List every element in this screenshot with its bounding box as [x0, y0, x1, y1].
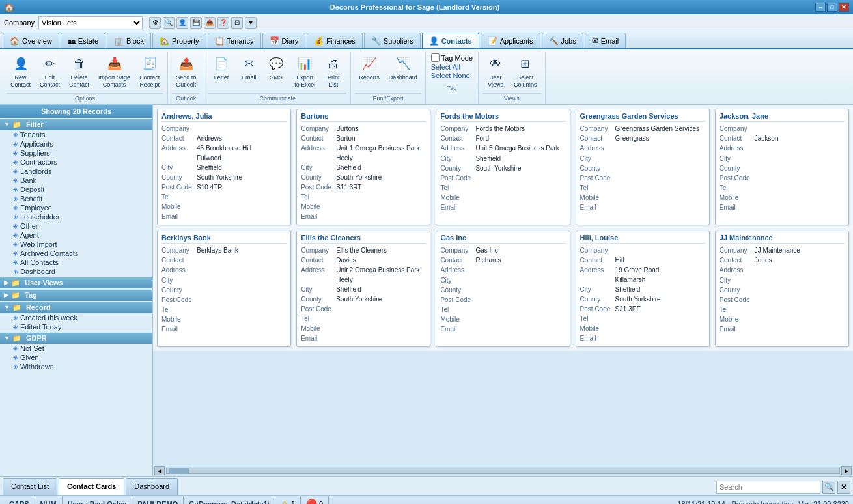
sidebar-item-deposit[interactable]: ◈Deposit: [0, 185, 152, 194]
user-views-button[interactable]: 👁 UserViews: [482, 52, 509, 91]
toolbar-icons: ⚙ 🔍 👤 💾 📥 ❓ ⊡ ▼: [149, 17, 257, 29]
sidebar-item-created-this-week[interactable]: ◈Created this week: [0, 313, 152, 322]
dropdown-icon[interactable]: ▼: [245, 17, 257, 29]
sidebar-item-given[interactable]: ◈Given: [0, 353, 152, 362]
contact-card-jj-maintenance[interactable]: JJ Maintenance Company JJ Maintenance Co…: [715, 231, 849, 347]
tab-tenancy[interactable]: 📋Tenancy: [208, 33, 261, 48]
card-row: Contact Davies: [301, 256, 426, 265]
horizontal-scrollbar[interactable]: ◀ ▶: [153, 466, 853, 476]
contact-card-andrews-julia[interactable]: Andrews, Julia Company Contact Andrews A…: [157, 109, 291, 225]
tab-estate[interactable]: 🏘Estate: [61, 33, 105, 48]
send-outlook-button[interactable]: 📤 Send toOutlook: [172, 52, 200, 91]
card-label: Post Code: [580, 305, 613, 314]
demo-mode: PAULDEMO: [132, 496, 184, 504]
save-icon[interactable]: 💾: [190, 17, 202, 29]
sidebar-item-withdrawn[interactable]: ◈Withdrawn: [0, 362, 152, 371]
tab-block[interactable]: 🏢Block: [107, 33, 151, 48]
contact-card-burtons[interactable]: Burtons Company Burtons Contact Burton A…: [296, 109, 430, 225]
scroll-thumb[interactable]: [169, 468, 189, 473]
sidebar-section-filter[interactable]: ▼📁Filter: [0, 119, 152, 130]
tab-email[interactable]: ✉Email: [585, 33, 626, 48]
tab-jobs[interactable]: 🔨Jobs: [542, 33, 583, 48]
bottom-tab-dashboard[interactable]: Dashboard: [126, 478, 178, 495]
bottom-tab-contact-list[interactable]: Contact List: [3, 478, 57, 495]
sidebar-item-landlords[interactable]: ◈Landlords: [0, 167, 152, 176]
select-none-link[interactable]: Select None: [431, 72, 473, 79]
select-all-link[interactable]: Select All: [431, 63, 473, 71]
email-button[interactable]: ✉ Email: [236, 52, 262, 83]
contact-card-gas-inc[interactable]: Gas Inc Company Gas Inc Contact Richards…: [436, 231, 570, 347]
search-button[interactable]: 🔍: [822, 481, 835, 494]
sidebar-item-benefit[interactable]: ◈Benefit: [0, 194, 152, 203]
contact-card-fords-motors[interactable]: Fords the Motors Company Fords the Motor…: [436, 109, 570, 225]
company-select[interactable]: Vision Lets: [38, 16, 143, 29]
minimize-small-icon[interactable]: ⊡: [231, 17, 243, 29]
tab-finances[interactable]: 💰Finances: [307, 33, 363, 48]
sidebar-item-other[interactable]: ◈Other: [0, 221, 152, 231]
bottom-tab-contact-cards[interactable]: Contact Cards: [59, 478, 124, 495]
tab-applicants[interactable]: 📝Applicants: [481, 33, 540, 48]
sidebar-item-contractors[interactable]: ◈Contractors: [0, 158, 152, 167]
contact-receipt-button[interactable]: 🧾 ContactReceipt: [135, 52, 163, 91]
sidebar-section-record[interactable]: ▼📁Record: [0, 302, 152, 313]
delete-contact-button[interactable]: 🗑 DeleteContact: [65, 52, 93, 91]
tab-property[interactable]: 🏡Property: [152, 33, 206, 48]
tab-contacts[interactable]: 👤Contacts: [422, 33, 479, 48]
tab-diary[interactable]: 📅Diary: [262, 33, 306, 48]
sidebar-section-user-views[interactable]: ▶📁User Views: [0, 277, 152, 288]
sidebar-item-web-import[interactable]: ◈Web Import: [0, 240, 152, 249]
print-list-button[interactable]: 🖨 PrintList: [320, 52, 346, 91]
new-contact-button[interactable]: 👤 NewContact: [7, 52, 35, 91]
settings-icon[interactable]: ⚙: [149, 17, 161, 29]
card-row: Email: [301, 212, 426, 221]
sms-button[interactable]: 💬 SMS: [263, 52, 289, 83]
maximize-button[interactable]: □: [827, 3, 837, 12]
contact-card-jackson-jane[interactable]: Jackson, Jane Company Contact Jackson Ad…: [715, 109, 849, 225]
edit-contact-button[interactable]: ✏ EditContact: [36, 52, 64, 91]
help-icon[interactable]: ❓: [217, 17, 229, 29]
sidebar-item-archived-contacts[interactable]: ◈Archived Contacts: [0, 249, 152, 258]
scroll-right-button[interactable]: ▶: [841, 466, 852, 475]
tab-suppliers[interactable]: 🔧Suppliers: [364, 33, 421, 48]
select-columns-button[interactable]: ⊞ SelectColumns: [510, 52, 541, 91]
contact-card-greengrass[interactable]: Greengrass Garden Services Company Green…: [576, 109, 710, 225]
warning-indicator: ⚠ 1: [275, 496, 301, 504]
sidebar-section-tag[interactable]: ▶📁Tag: [0, 290, 152, 301]
reports-button[interactable]: 📈 Reports: [355, 52, 384, 83]
search-icon[interactable]: 🔍: [163, 17, 175, 29]
sidebar-item-tenants[interactable]: ◈Tenants: [0, 130, 152, 139]
contact-card-ellis-cleaners[interactable]: Ellis the Cleaners Company Ellis the Cle…: [296, 231, 430, 347]
user-icon[interactable]: 👤: [176, 17, 188, 29]
import-sage-button[interactable]: 📥 Import SageContacts: [94, 52, 134, 91]
clear-search-button[interactable]: ✕: [837, 481, 850, 494]
cards-scroll-inner[interactable]: Andrews, Julia Company Contact Andrews A…: [153, 105, 853, 466]
contact-card-hill-louise[interactable]: Hill, Louise Company Contact Hill Addres…: [576, 231, 710, 347]
search-input[interactable]: [716, 481, 820, 494]
close-button[interactable]: ✕: [839, 3, 849, 12]
sidebar-item-applicants[interactable]: ◈Applicants: [0, 139, 152, 148]
letter-button[interactable]: 📄 Letter: [208, 52, 234, 83]
filter-label: Created this week: [20, 314, 77, 322]
contact-card-berklays-bank[interactable]: Berklays Bank Company Berklays Bank Cont…: [157, 231, 291, 347]
error-icon: 🔴: [306, 499, 317, 504]
dashboard-button[interactable]: 📉 Dashboard: [385, 52, 421, 83]
scroll-left-button[interactable]: ◀: [154, 466, 165, 475]
sidebar-item-dashboard[interactable]: ◈Dashboard: [0, 267, 152, 276]
sidebar-item-suppliers[interactable]: ◈Suppliers: [0, 148, 152, 158]
sidebar-item-agent[interactable]: ◈Agent: [0, 231, 152, 240]
sidebar-section-gdpr[interactable]: ▼📁GDPR: [0, 333, 152, 344]
sidebar-item-edited-today[interactable]: ◈Edited Today: [0, 322, 152, 331]
minimize-button[interactable]: –: [815, 3, 826, 12]
filter-icon: ◈: [13, 268, 18, 275]
scroll-track[interactable]: [166, 468, 840, 474]
sidebar-item-employee[interactable]: ◈Employee: [0, 203, 152, 212]
tag-mode-input[interactable]: [431, 53, 440, 62]
sidebar-item-bank[interactable]: ◈Bank: [0, 176, 152, 185]
tab-overview[interactable]: 🏠Overview: [3, 33, 59, 48]
card-row: Company Ellis the Cleaners: [301, 246, 426, 255]
sidebar-item-not-set[interactable]: ◈Not Set: [0, 344, 152, 353]
import-icon[interactable]: 📥: [204, 17, 216, 29]
sidebar-item-leaseholder[interactable]: ◈Leaseholder: [0, 212, 152, 221]
sidebar-item-all-contacts[interactable]: ◈All Contacts: [0, 258, 152, 267]
export-excel-button[interactable]: 📊 Exportto Excel: [290, 52, 319, 91]
